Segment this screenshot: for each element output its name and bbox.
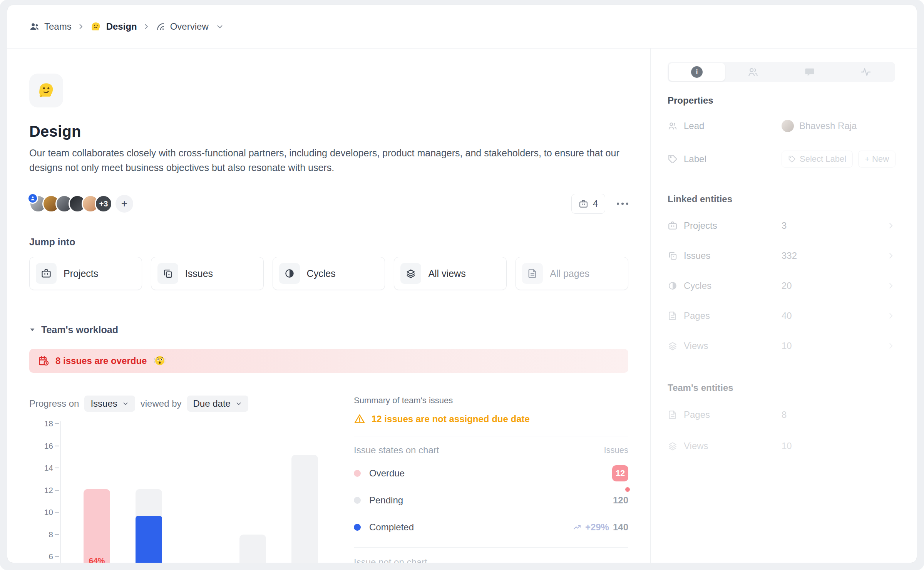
warning-triangle-icon xyxy=(354,413,365,425)
linked-row-cycles[interactable]: Cycles 20 xyxy=(668,277,895,295)
summary-title: Summary of team's issues xyxy=(354,395,628,406)
view-mode-select[interactable]: Due date xyxy=(187,396,248,412)
y-tick-label: 14 xyxy=(29,463,53,473)
chevron-down-icon[interactable] xyxy=(216,22,224,31)
avatar-overflow-count[interactable]: +3 xyxy=(95,195,112,213)
screen: Teams Design Ove xyxy=(0,0,924,570)
pending-count: 120 xyxy=(613,495,628,506)
label-property-row: Label Select Label + New xyxy=(668,150,895,168)
members-row: +3 + 4 xyxy=(29,193,628,214)
workload-bar-pending[interactable] xyxy=(239,535,266,563)
chevron-right-icon xyxy=(887,312,895,320)
new-label-button[interactable]: + New xyxy=(858,151,896,168)
linked-projects-button[interactable]: 4 xyxy=(571,194,605,214)
team-emoji-tile[interactable] xyxy=(29,74,63,107)
completed-dot xyxy=(354,524,361,531)
progress-entity-select[interactable]: Issues xyxy=(84,396,135,412)
chevron-right-icon xyxy=(77,23,85,30)
card-all-views[interactable]: All views xyxy=(394,257,507,290)
pending-dot xyxy=(354,497,361,504)
workload-bar-pending[interactable] xyxy=(291,455,318,563)
no-due-date-warning: 12 issues are not assigned due date xyxy=(354,411,628,427)
more-options-button[interactable] xyxy=(617,203,628,205)
jump-into-heading: Jump into xyxy=(29,236,628,248)
y-tick-label: 12 xyxy=(29,485,53,495)
issues-col-label: Issues xyxy=(604,445,628,455)
tab-properties[interactable]: i xyxy=(669,63,725,81)
properties-heading: Properties xyxy=(668,95,895,106)
y-tick-label: 16 xyxy=(29,441,53,451)
file-text-icon xyxy=(668,311,678,321)
team-details-sidebar: i xyxy=(650,49,917,563)
briefcase-icon xyxy=(579,199,588,209)
briefcase-icon xyxy=(668,221,678,231)
breadcrumb-teams[interactable]: Teams xyxy=(29,21,72,32)
overdue-alert-text: 8 issues are overdue xyxy=(55,355,147,366)
legend-row-completed[interactable]: Completed +29% 140 xyxy=(354,518,628,536)
card-cycles[interactable]: Cycles xyxy=(273,257,385,290)
bar-percent-label: 64% xyxy=(84,556,110,563)
lead-avatar xyxy=(782,120,794,132)
breadcrumb-page-label: Overview xyxy=(170,21,209,32)
lead-name: Bhavesh Raja xyxy=(799,121,857,131)
briefcase-icon xyxy=(36,263,57,284)
info-icon: i xyxy=(691,66,703,78)
lead-property-row[interactable]: Lead Bhavesh Raja xyxy=(668,117,895,135)
teams-people-icon xyxy=(29,22,40,32)
melting-face-emoji xyxy=(37,81,56,100)
off-chart-label: Issue not on chart xyxy=(354,557,628,563)
linked-row-projects[interactable]: Projects 3 xyxy=(668,217,895,235)
y-tick-label: 18 xyxy=(29,419,53,429)
card-label: Cycles xyxy=(307,268,336,279)
breadcrumb-team[interactable]: Design xyxy=(90,21,137,32)
linked-row-views[interactable]: Views 10 xyxy=(668,337,895,355)
completed-count: 140 xyxy=(613,522,628,533)
card-label: All pages xyxy=(550,268,589,279)
entities-row-pages[interactable]: Pages 8 xyxy=(668,406,895,424)
y-tick-mark xyxy=(55,446,59,446)
collapse-triangle-icon xyxy=(29,327,35,333)
melting-face-emoji xyxy=(90,21,102,32)
workload-bar-overdue[interactable] xyxy=(84,489,110,563)
summary-table-header: Issue states on chart Issues xyxy=(354,445,628,456)
member-avatars[interactable]: +3 xyxy=(29,195,112,213)
linked-row-pages[interactable]: Pages 40 xyxy=(668,307,895,325)
tab-members[interactable] xyxy=(725,63,781,81)
entities-row-views[interactable]: Views 10 xyxy=(668,437,895,455)
select-label-button[interactable]: Select Label xyxy=(782,151,853,168)
y-tick-mark xyxy=(55,490,59,491)
card-projects[interactable]: Projects xyxy=(29,257,142,290)
linked-row-issues[interactable]: Issues 332 xyxy=(668,247,895,265)
divider xyxy=(29,308,628,308)
contrast-cycle-icon xyxy=(279,263,300,284)
progress-on-label: Progress on xyxy=(29,398,79,409)
add-member-button[interactable]: + xyxy=(116,195,133,213)
legend-row-overdue[interactable]: Overdue 12 xyxy=(354,464,628,483)
workload-chart-plot: 18161412108664% xyxy=(29,421,342,563)
viewed-by-label: viewed by xyxy=(141,398,182,409)
tag-icon xyxy=(668,154,678,164)
card-all-pages[interactable]: All pages xyxy=(516,257,628,290)
members-icon xyxy=(747,66,759,78)
divider xyxy=(354,547,628,548)
card-issues[interactable]: Issues xyxy=(151,257,264,290)
chevron-right-icon xyxy=(887,251,895,260)
y-tick-mark xyxy=(55,556,59,557)
linked-projects-count: 4 xyxy=(593,198,598,209)
workload-section-toggle[interactable]: Team's workload xyxy=(29,322,628,337)
chevron-right-icon xyxy=(887,342,895,350)
y-tick-mark xyxy=(55,468,59,468)
no-due-date-warning-text: 12 issues are not assigned due date xyxy=(372,414,530,424)
pending-notification-dot xyxy=(625,487,630,492)
tab-activity[interactable] xyxy=(838,63,894,81)
layers-icon xyxy=(400,263,421,284)
tab-comments[interactable] xyxy=(782,63,838,81)
y-tick-mark xyxy=(55,423,59,424)
breadcrumb-overview[interactable]: Overview xyxy=(156,21,209,32)
legend-row-pending[interactable]: Pending 120 xyxy=(354,491,628,510)
card-label: Projects xyxy=(64,268,98,279)
workload-chart-column: Progress on Issues viewed by Due date xyxy=(29,395,354,563)
trend-up-icon xyxy=(573,523,582,532)
breadcrumb: Teams Design Ove xyxy=(29,21,224,32)
workload-bar-completed[interactable] xyxy=(136,516,162,563)
